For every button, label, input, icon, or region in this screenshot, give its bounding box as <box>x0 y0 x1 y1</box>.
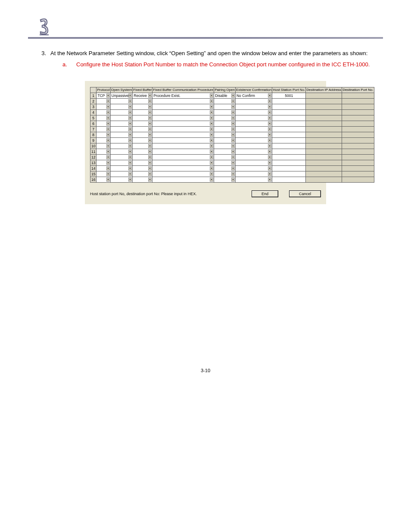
open-system-select[interactable] <box>110 121 132 127</box>
host-port-cell[interactable] <box>272 110 306 115</box>
host-port-cell[interactable] <box>272 177 306 183</box>
open-system-select[interactable] <box>110 127 132 132</box>
protocol-select[interactable] <box>97 127 110 132</box>
fixed-buffer-select[interactable] <box>133 121 153 127</box>
host-port-cell[interactable] <box>272 104 306 110</box>
open-system-select[interactable]: Unpassive <box>110 93 132 99</box>
pairing-select[interactable]: Disable <box>214 93 236 99</box>
open-system-select[interactable] <box>110 160 132 166</box>
dest-port-cell[interactable] <box>342 177 374 183</box>
pairing-select[interactable] <box>214 127 236 132</box>
pairing-select[interactable] <box>214 121 236 127</box>
dest-ip-cell[interactable] <box>306 115 342 121</box>
dest-port-cell[interactable] <box>342 138 374 143</box>
procedure-select[interactable] <box>153 132 214 138</box>
host-port-cell[interactable] <box>272 166 306 171</box>
existence-select[interactable] <box>235 127 272 132</box>
open-system-select[interactable] <box>110 166 132 171</box>
pairing-select[interactable] <box>214 149 236 155</box>
dest-ip-cell[interactable] <box>306 121 342 127</box>
procedure-select[interactable] <box>153 110 214 115</box>
host-port-cell[interactable] <box>272 160 306 166</box>
end-button[interactable]: End <box>252 190 278 197</box>
protocol-select[interactable] <box>97 171 110 177</box>
open-system-select[interactable] <box>110 104 132 110</box>
existence-select[interactable] <box>235 104 272 110</box>
procedure-select[interactable] <box>153 143 214 149</box>
procedure-select[interactable] <box>153 99 214 104</box>
dest-ip-cell[interactable] <box>306 143 342 149</box>
pairing-select[interactable] <box>214 104 236 110</box>
fixed-buffer-select[interactable] <box>133 110 153 115</box>
existence-select[interactable] <box>235 155 272 160</box>
open-system-select[interactable] <box>110 115 132 121</box>
open-system-select[interactable] <box>110 177 132 183</box>
fixed-buffer-select[interactable] <box>133 149 153 155</box>
existence-select[interactable] <box>235 160 272 166</box>
protocol-select[interactable] <box>97 99 110 104</box>
cancel-button[interactable]: Cancel <box>289 190 321 197</box>
protocol-select[interactable] <box>97 138 110 143</box>
pairing-select[interactable] <box>214 138 236 143</box>
open-system-select[interactable] <box>110 132 132 138</box>
procedure-select[interactable] <box>153 155 214 160</box>
fixed-buffer-select[interactable] <box>133 115 153 121</box>
procedure-select[interactable] <box>153 115 214 121</box>
pairing-select[interactable] <box>214 160 236 166</box>
pairing-select[interactable] <box>214 177 236 183</box>
existence-select[interactable] <box>235 171 272 177</box>
dest-ip-cell[interactable] <box>306 104 342 110</box>
host-port-cell[interactable] <box>272 99 306 104</box>
host-port-cell[interactable] <box>272 138 306 143</box>
procedure-select[interactable] <box>153 166 214 171</box>
host-port-cell[interactable] <box>272 121 306 127</box>
host-port-cell[interactable]: 5001 <box>272 93 306 99</box>
procedure-select[interactable]: Procedure Exist. <box>153 93 214 99</box>
protocol-select[interactable] <box>97 132 110 138</box>
fixed-buffer-select[interactable] <box>133 132 153 138</box>
existence-select[interactable] <box>235 138 272 143</box>
protocol-select[interactable] <box>97 160 110 166</box>
dest-ip-cell[interactable] <box>306 93 342 99</box>
dest-port-cell[interactable] <box>342 127 374 132</box>
dest-ip-cell[interactable] <box>306 160 342 166</box>
pairing-select[interactable] <box>214 110 236 115</box>
protocol-select[interactable] <box>97 104 110 110</box>
dest-port-cell[interactable] <box>342 115 374 121</box>
dest-port-cell[interactable] <box>342 132 374 138</box>
existence-select[interactable] <box>235 177 272 183</box>
dest-port-cell[interactable] <box>342 160 374 166</box>
open-system-select[interactable] <box>110 99 132 104</box>
dest-ip-cell[interactable] <box>306 99 342 104</box>
dest-ip-cell[interactable] <box>306 171 342 177</box>
pairing-select[interactable] <box>214 171 236 177</box>
fixed-buffer-select[interactable] <box>133 138 153 143</box>
procedure-select[interactable] <box>153 138 214 143</box>
fixed-buffer-select[interactable] <box>133 155 153 160</box>
pairing-select[interactable] <box>214 155 236 160</box>
existence-select[interactable] <box>235 166 272 171</box>
protocol-select[interactable] <box>97 143 110 149</box>
open-system-select[interactable] <box>110 143 132 149</box>
open-system-select[interactable] <box>110 149 132 155</box>
dest-ip-cell[interactable] <box>306 177 342 183</box>
dest-port-cell[interactable] <box>342 110 374 115</box>
pairing-select[interactable] <box>214 99 236 104</box>
fixed-buffer-select[interactable] <box>133 177 153 183</box>
dest-port-cell[interactable] <box>342 171 374 177</box>
protocol-select[interactable] <box>97 110 110 115</box>
pairing-select[interactable] <box>214 143 236 149</box>
fixed-buffer-select[interactable] <box>133 166 153 171</box>
existence-select[interactable] <box>235 115 272 121</box>
host-port-cell[interactable] <box>272 171 306 177</box>
dest-ip-cell[interactable] <box>306 127 342 132</box>
protocol-select[interactable] <box>97 149 110 155</box>
pairing-select[interactable] <box>214 132 236 138</box>
pairing-select[interactable] <box>214 115 236 121</box>
existence-select[interactable] <box>235 149 272 155</box>
open-system-select[interactable] <box>110 138 132 143</box>
pairing-select[interactable] <box>214 166 236 171</box>
dest-port-cell[interactable] <box>342 121 374 127</box>
existence-select[interactable] <box>235 132 272 138</box>
open-system-select[interactable] <box>110 155 132 160</box>
